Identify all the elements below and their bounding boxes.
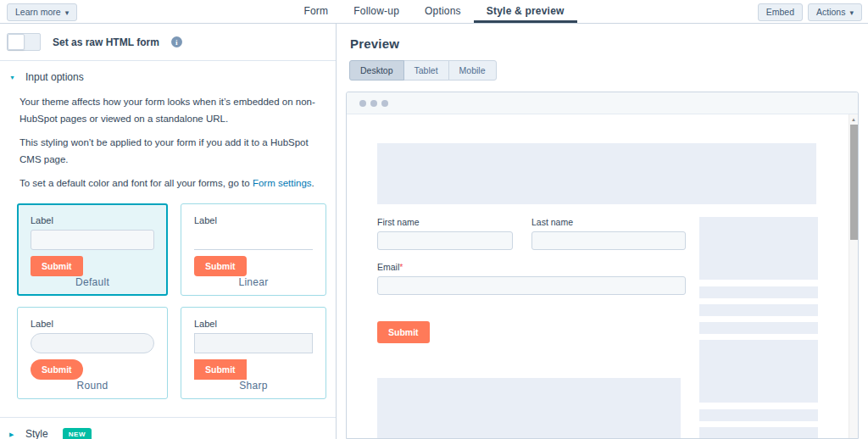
required-asterisk: * — [399, 262, 403, 272]
card-caption: Round — [31, 380, 154, 393]
sidebar-placeholders — [699, 217, 818, 438]
email-label-text: Email — [377, 262, 399, 272]
form-settings-link[interactable]: Form settings — [253, 178, 312, 188]
raw-html-toggle-label: Set as raw HTML form — [53, 36, 159, 48]
sidebar-line-placeholder — [699, 286, 818, 298]
card-input-preview — [31, 230, 154, 250]
preview-scrollbar[interactable] — [849, 114, 858, 438]
chevron-down-icon — [9, 74, 16, 81]
theme-description-3-period: . — [312, 178, 314, 188]
tab-form[interactable]: Form — [291, 0, 341, 23]
top-toolbar: Learn more Form Follow-up Options Style … — [0, 0, 868, 24]
scroll-up-arrow-icon[interactable] — [849, 114, 858, 124]
card-submit-button: Submit — [31, 256, 83, 276]
tab-options[interactable]: Options — [412, 0, 474, 23]
card-submit-button: Submit — [194, 359, 247, 380]
email-field-group: Email* — [377, 262, 686, 295]
last-name-label: Last name — [531, 217, 686, 227]
email-input[interactable] — [377, 276, 686, 295]
browser-mockup-titlebar — [347, 92, 858, 114]
browser-mockup: First name Last name Email* — [346, 92, 859, 439]
card-field-label: Label — [194, 319, 313, 329]
sidebar-line-placeholder — [699, 322, 818, 334]
toggle-knob — [8, 34, 25, 50]
card-field-label: Label — [194, 215, 313, 225]
sidebar-line-placeholder — [699, 427, 818, 438]
first-name-label: First name — [377, 217, 513, 227]
style-sidebar: Set as raw HTML form Input options Your … — [0, 24, 337, 439]
input-options-header[interactable]: Input options — [0, 61, 336, 86]
last-name-input[interactable] — [531, 231, 686, 250]
form-preview: First name Last name Email* — [377, 217, 686, 438]
card-caption: Default — [31, 276, 154, 290]
chevron-down-icon — [849, 7, 854, 18]
actions-button[interactable]: Actions — [808, 3, 862, 21]
sidebar-line-placeholder — [699, 304, 818, 316]
first-name-input[interactable] — [377, 231, 513, 250]
theme-card-default[interactable]: Label Submit Default — [17, 203, 168, 296]
last-name-field-group: Last name — [531, 217, 686, 250]
raw-html-toggle[interactable] — [7, 33, 41, 51]
sidebar-block-placeholder — [699, 217, 818, 280]
card-caption: Sharp — [194, 380, 313, 393]
card-field-label: Label — [31, 215, 154, 225]
style-section-title: Style — [25, 428, 48, 439]
embed-button[interactable]: Embed — [758, 3, 803, 21]
input-options-title: Input options — [25, 71, 84, 83]
theme-card-sharp[interactable]: Label Submit Sharp — [181, 307, 326, 399]
preview-title: Preview — [350, 36, 868, 51]
scrollbar-thumb[interactable] — [850, 125, 858, 240]
card-input-preview — [194, 333, 313, 353]
email-label: Email* — [377, 262, 686, 272]
new-badge: NEW — [63, 428, 92, 439]
chevron-right-icon — [9, 431, 16, 438]
first-name-field-group: First name — [377, 217, 513, 250]
card-submit-button: Submit — [194, 256, 247, 276]
preview-panel: Preview Desktop Tablet Mobile First name — [337, 24, 868, 439]
card-field-label: Label — [31, 319, 154, 329]
raw-html-toggle-row: Set as raw HTML form — [0, 24, 336, 61]
actions-label: Actions — [816, 7, 845, 18]
embed-label: Embed — [766, 7, 794, 18]
theme-card-round[interactable]: Label Submit Round — [17, 307, 168, 399]
theme-description-3: To set a default color and font for all … — [19, 175, 320, 192]
style-section-header[interactable]: Style NEW — [0, 417, 336, 439]
sidebar-line-placeholder — [699, 409, 818, 421]
preview-submit-button[interactable]: Submit — [377, 321, 430, 343]
hero-placeholder — [377, 143, 816, 204]
editor-tabs: Form Follow-up Options Style & preview — [0, 0, 868, 23]
theme-description-2: This styling won’t be applied to your fo… — [19, 135, 320, 168]
device-tabs: Desktop Tablet Mobile — [349, 60, 868, 81]
form-preview-canvas: First name Last name Email* — [347, 114, 858, 438]
card-caption: Linear — [194, 276, 313, 290]
window-dot-icon — [381, 100, 388, 107]
card-submit-button: Submit — [31, 359, 83, 380]
window-dot-icon — [359, 100, 366, 107]
theme-card-linear[interactable]: Label Submit Linear — [181, 203, 326, 296]
theme-description-3-text: To set a default color and font for all … — [19, 178, 253, 188]
device-tab-desktop[interactable]: Desktop — [349, 60, 404, 81]
theme-cards: Label Submit Default Label Submit Linear… — [17, 203, 336, 399]
content-placeholder — [377, 378, 681, 438]
device-tab-mobile[interactable]: Mobile — [448, 60, 497, 81]
sidebar-block-placeholder — [699, 340, 818, 403]
card-input-preview — [194, 230, 313, 250]
info-icon[interactable] — [171, 36, 182, 47]
theme-description-1: Your theme affects how your form looks w… — [19, 94, 320, 127]
device-tab-tablet[interactable]: Tablet — [403, 60, 449, 81]
window-dot-icon — [370, 100, 377, 107]
card-input-preview — [31, 333, 154, 353]
tab-style-and-preview[interactable]: Style & preview — [474, 0, 577, 23]
tab-follow-up[interactable]: Follow-up — [341, 0, 412, 23]
